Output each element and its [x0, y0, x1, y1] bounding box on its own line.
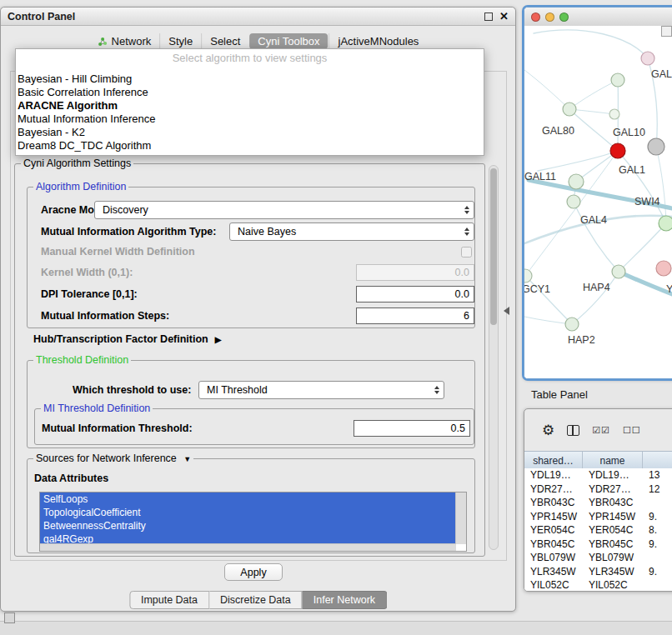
network-node[interactable]	[659, 216, 672, 231]
algorithm-option[interactable]: Bayesian - K2	[16, 126, 484, 139]
group-title: Threshold Definition	[33, 354, 131, 367]
table-cell: YLR345W	[524, 566, 583, 578]
column-header[interactable]: shared…	[524, 452, 583, 469]
attribute-item[interactable]: TopologicalCoefficient	[40, 506, 456, 519]
minimize-traffic-light-icon[interactable]	[545, 12, 554, 22]
network-node[interactable]	[524, 269, 532, 282]
algorithm-option[interactable]: Basic Correlation Inference	[16, 86, 484, 99]
settings-scrollbar[interactable]	[489, 165, 499, 550]
network-edge[interactable]	[618, 151, 666, 223]
mi-threshold-field[interactable]	[354, 420, 470, 437]
which-threshold-select[interactable]: MI Threshold	[198, 381, 444, 399]
network-edge[interactable]	[569, 80, 618, 109]
network-node[interactable]	[563, 102, 576, 116]
network-node[interactable]	[610, 143, 625, 158]
network-node[interactable]	[612, 265, 625, 278]
data-attributes-label: Data Attributes	[34, 472, 108, 484]
network-canvas[interactable]: GALGAL80GAL10GAL11GAL1SWI4GAL4GCY1HAP4HA…	[524, 26, 672, 378]
mi-type-select[interactable]: Naive Bayes	[229, 222, 474, 241]
tab-network[interactable]: Network	[89, 33, 160, 49]
network-edge[interactable]	[534, 30, 648, 58]
network-node[interactable]	[611, 73, 624, 87]
table-row[interactable]: YBL079WYBL079W	[524, 551, 672, 565]
tab-cyni-toolbox[interactable]: Cyni Toolbox	[249, 33, 328, 49]
node-label: GAL	[651, 68, 672, 80]
control-panel-titlebar[interactable]: Control Panel ✕	[1, 8, 515, 26]
table-row[interactable]: YDR27…YDR27…12	[524, 482, 672, 497]
tab-style[interactable]: Style	[159, 33, 201, 49]
network-node[interactable]	[641, 52, 654, 65]
aracne-mode-select[interactable]: Discovery	[94, 201, 474, 219]
zoom-traffic-light-icon[interactable]	[559, 12, 569, 22]
table-row[interactable]: YER054CYER054C8.	[524, 523, 672, 538]
algorithm-option[interactable]: ARACNE Algorithm	[16, 99, 484, 112]
network-edge[interactable]	[525, 151, 618, 276]
window-title: Control Panel	[8, 11, 75, 22]
algorithm-option[interactable]: Mutual Information Inference	[16, 112, 484, 126]
algorithm-option[interactable]: Dream8 DC_TDC Algorithm	[16, 139, 484, 152]
network-node[interactable]	[609, 109, 619, 119]
columns-icon[interactable]	[567, 425, 579, 436]
tab-select[interactable]: Select	[201, 33, 248, 49]
network-node[interactable]	[567, 195, 580, 208]
unchecked-pair-icon[interactable]: ☐☐	[623, 425, 641, 436]
splitter-collapse-arrow[interactable]	[504, 307, 509, 315]
scroll-corner-box	[661, 26, 672, 37]
threshold-definition-group: Threshold Definition Which threshold to …	[27, 360, 475, 448]
list-vertical-scrollbar[interactable]	[455, 492, 466, 544]
network-edge[interactable]	[524, 70, 569, 109]
apply-button[interactable]: Apply	[224, 563, 283, 581]
close-traffic-light-icon[interactable]	[531, 12, 540, 22]
scrollbar-thumb[interactable]	[490, 168, 497, 325]
tab-discretize-data[interactable]: Discretize Data	[209, 591, 303, 609]
collapsed-panel-icon[interactable]	[4, 612, 15, 623]
node-label: HAP2	[568, 334, 595, 346]
algorithm-option[interactable]: Bayesian - Hill Climbing	[16, 72, 484, 86]
selected-value: Discovery	[103, 204, 148, 216]
network-edge[interactable]	[572, 272, 619, 324]
network-node[interactable]	[648, 138, 664, 155]
tab-infer-network[interactable]: Infer Network	[303, 591, 387, 609]
table-row[interactable]: YBR043CYBR043C	[524, 496, 672, 510]
kernel-width-field[interactable]	[356, 264, 474, 281]
gear-icon[interactable]: ⚙	[542, 423, 554, 438]
table-row[interactable]: YIL052CYIL052C	[524, 578, 672, 592]
float-window-icon[interactable]	[484, 12, 493, 21]
close-icon[interactable]: ✕	[499, 11, 509, 22]
column-header[interactable]	[643, 452, 672, 469]
hub-section-toggle[interactable]: Hub/Transcription Factor Definition ▶	[33, 333, 221, 345]
sources-group-title[interactable]: Sources for Network Inference ▼	[33, 452, 193, 466]
mi-steps-field[interactable]	[356, 308, 474, 324]
table-row[interactable]: YLR345WYLR345W9.	[524, 565, 672, 579]
network-view-window: GALGAL80GAL10GAL11GAL1SWI4GAL4GCY1HAP4HA…	[524, 7, 672, 379]
stepper-arrows-icon	[459, 228, 469, 236]
attribute-item[interactable]: BetweennessCentrality	[40, 519, 456, 532]
network-edge[interactable]	[524, 317, 572, 324]
network-window-titlebar[interactable]	[524, 8, 672, 27]
node-label: GAL10	[613, 127, 645, 138]
network-node[interactable]	[569, 174, 584, 189]
kernel-width-label: Kernel Width (0,1):	[41, 267, 133, 278]
dpi-tolerance-field[interactable]	[356, 286, 474, 302]
table-cell: 8.	[643, 524, 672, 536]
table-row[interactable]: YDL19…YDL19…13	[524, 468, 672, 482]
manual-kernel-checkbox[interactable]	[461, 247, 472, 258]
tab-jactivemnodules[interactable]: jActiveMNodules	[329, 33, 428, 49]
tab-impute-data[interactable]: Impute Data	[129, 591, 209, 609]
table-row[interactable]: YBR045CYBR045C9.	[524, 538, 672, 552]
mi-steps-row: Mutual Information Steps:	[28, 307, 474, 325]
table-cell: YDR27…	[583, 483, 643, 495]
network-node[interactable]	[656, 261, 671, 276]
attribute-item[interactable]: SelfLoops	[40, 492, 456, 506]
group-title: MI Threshold Definition	[41, 402, 153, 415]
data-attributes-list[interactable]: SelfLoopsTopologicalCoefficientBetweenne…	[39, 492, 467, 552]
checked-pair-icon[interactable]: ☑☑	[592, 425, 610, 436]
mi-threshold-row: Mutual Information Threshold:	[35, 419, 474, 438]
table-header-row: shared…name	[524, 451, 672, 470]
algorithm-popup-list: Bayesian - Hill ClimbingBasic Correlatio…	[16, 72, 484, 152]
network-edge[interactable]	[574, 202, 619, 272]
network-node[interactable]	[565, 318, 579, 331]
table-row[interactable]: YPR145WYPR145W9.	[524, 510, 672, 524]
list-horizontal-scrollbar[interactable]	[40, 543, 456, 551]
column-header[interactable]: name	[583, 452, 643, 469]
